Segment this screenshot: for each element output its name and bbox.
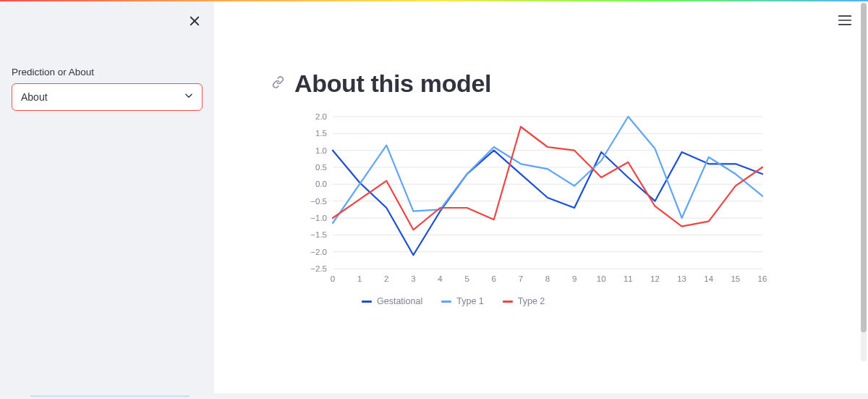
legend-swatch [441, 301, 451, 303]
title-row: About this model [272, 70, 833, 98]
hamburger-icon [838, 16, 852, 28]
sidebar: Prediction or About [0, 0, 214, 399]
series-type-2 [333, 127, 762, 230]
x-tick-label: 15 [731, 274, 740, 283]
y-tick-label: 1.0 [315, 146, 327, 155]
y-tick-label: −2.5 [310, 264, 327, 273]
x-tick-label: 0 [331, 274, 335, 283]
series-gestational [333, 151, 762, 256]
legend-label: Gestational [377, 296, 422, 306]
line-chart: −2.5−2.0−1.5−1.0−0.50.00.51.01.52.001234… [292, 112, 770, 329]
top-accent-bar [0, 0, 868, 1]
bottom-accent [30, 395, 190, 397]
scrollbar[interactable] [861, 3, 867, 361]
legend-swatch [362, 301, 372, 303]
y-tick-label: 0.0 [315, 180, 327, 188]
x-tick-label: 16 [758, 274, 767, 283]
x-tick-label: 12 [650, 274, 660, 283]
page-title: About this model [294, 70, 491, 98]
legend-item[interactable]: Type 1 [441, 296, 484, 306]
x-tick-label: 10 [597, 274, 606, 283]
chart-legend: GestationalType 1Type 2 [362, 296, 770, 306]
y-tick-label: −1.5 [310, 230, 327, 239]
y-tick-label: 2.0 [315, 112, 327, 121]
legend-swatch [503, 301, 513, 303]
x-tick-label: 11 [624, 274, 633, 283]
link-icon[interactable] [272, 76, 284, 91]
x-tick-label: 9 [572, 274, 576, 283]
close-icon [188, 17, 201, 30]
legend-label: Type 1 [456, 296, 484, 306]
legend-item[interactable]: Type 2 [503, 296, 545, 306]
app-root: Prediction or About [0, 0, 868, 399]
legend-label: Type 2 [518, 296, 545, 306]
x-tick-label: 7 [519, 274, 523, 283]
x-tick-label: 8 [545, 274, 550, 283]
sidebar-select-input[interactable] [12, 83, 203, 111]
y-tick-label: −0.5 [310, 197, 327, 206]
y-tick-label: −2.0 [310, 248, 327, 256]
legend-item[interactable]: Gestational [362, 296, 422, 306]
hamburger-menu-button[interactable] [838, 14, 852, 29]
content: About this model −2.5−2.0−1.5−1.0−0.50.0… [214, 0, 868, 329]
main-panel: About this model −2.5−2.0−1.5−1.0−0.50.0… [214, 0, 868, 399]
sidebar-select[interactable] [12, 83, 203, 111]
sidebar-select-label: Prediction or About [12, 67, 203, 77]
y-tick-label: 0.5 [315, 163, 327, 172]
x-tick-label: 5 [464, 274, 469, 283]
x-tick-label: 6 [492, 274, 496, 283]
scrollbar-thumb[interactable] [861, 3, 867, 332]
y-tick-label: 1.5 [315, 129, 327, 138]
x-tick-label: 4 [438, 274, 443, 283]
x-tick-label: 3 [411, 274, 415, 283]
y-tick-label: −1.0 [310, 214, 327, 222]
x-tick-label: 13 [677, 274, 686, 283]
x-tick-label: 1 [357, 274, 362, 283]
series-type-1 [333, 117, 762, 223]
close-sidebar-button[interactable] [188, 14, 201, 30]
x-tick-label: 2 [384, 274, 388, 283]
x-tick-label: 14 [704, 274, 713, 283]
